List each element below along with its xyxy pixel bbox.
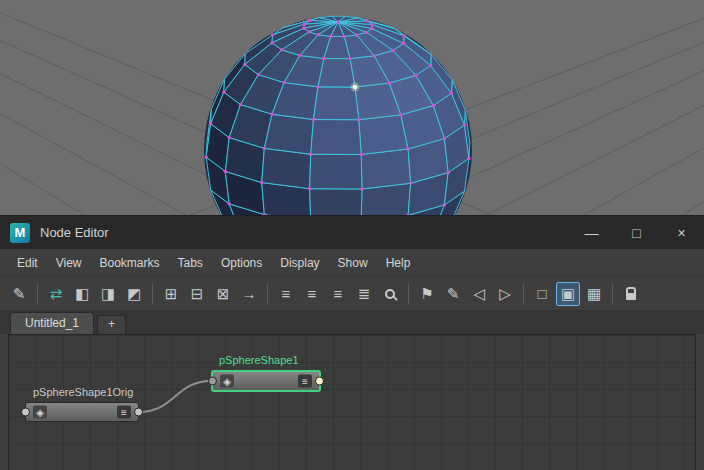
connection-wire[interactable] <box>139 381 211 412</box>
bookmark-create-icon[interactable]: ⚑ <box>415 282 439 306</box>
clear-graph-icon[interactable]: ⊠ <box>211 282 235 306</box>
simple-display-mode-icon[interactable]: □ <box>530 282 554 306</box>
tabbar: Untitled_1 + <box>0 310 704 334</box>
bookmark-edit-icon[interactable]: ✎ <box>441 282 465 306</box>
edit-pin-icon[interactable]: ✎ <box>7 282 31 306</box>
add-selected-nodes-icon[interactable]: ⊞ <box>159 282 183 306</box>
node-title-pSphereShape1: pSphereShape1 <box>219 354 299 366</box>
maya-screen: M Node Editor —□× EditViewBookmarksTabsO… <box>0 0 704 470</box>
close-button[interactable]: × <box>659 216 704 249</box>
sphere-object[interactable] <box>204 16 472 215</box>
input-output-connections-icon[interactable]: ◩ <box>122 282 146 306</box>
menu-bookmarks[interactable]: Bookmarks <box>90 252 168 274</box>
input-connections-icon[interactable]: ◧ <box>70 282 94 306</box>
toolbar-separator <box>152 284 153 304</box>
minimize-button[interactable]: — <box>569 216 614 249</box>
window-title: Node Editor <box>40 225 109 240</box>
graph-canvas[interactable]: pSphereShape1Orig◈≡pSphereShape1◈≡ <box>8 334 696 470</box>
input-socket[interactable] <box>21 408 30 417</box>
output-connections-icon[interactable]: ◨ <box>96 282 120 306</box>
output-socket[interactable] <box>315 377 324 386</box>
search-icon[interactable] <box>378 282 402 306</box>
bookmark-next-icon[interactable]: ▷ <box>493 282 517 306</box>
node-pSphereShape1[interactable]: ◈≡ <box>211 370 321 392</box>
remove-selected-nodes-icon[interactable]: ⊟ <box>185 282 209 306</box>
menu-options[interactable]: Options <box>212 252 271 274</box>
rearrange-graph-icon[interactable]: → <box>237 282 261 306</box>
new-tab-button[interactable]: + <box>97 315 126 334</box>
menubar: EditViewBookmarksTabsOptionsDisplayShowH… <box>0 249 704 276</box>
output-socket[interactable] <box>134 408 143 417</box>
maximize-button[interactable]: □ <box>614 216 659 249</box>
menu-tabs[interactable]: Tabs <box>169 252 212 274</box>
menu-edit[interactable]: Edit <box>8 252 47 274</box>
tab-untitled-1[interactable]: Untitled_1 <box>10 312 94 334</box>
toolbar-separator <box>523 284 524 304</box>
search-icon <box>385 289 395 299</box>
toolbar-separator <box>612 284 613 304</box>
align-top-icon[interactable]: ≡ <box>274 282 298 306</box>
toolbar-separator <box>267 284 268 304</box>
align-middle-icon[interactable]: ≡ <box>300 282 324 306</box>
menu-view[interactable]: View <box>47 252 91 274</box>
connected-display-mode-icon[interactable]: ▣ <box>556 282 580 306</box>
toolbar-separator <box>408 284 409 304</box>
menu-show[interactable]: Show <box>329 252 377 274</box>
menu-help[interactable]: Help <box>377 252 420 274</box>
window-controls: —□× <box>569 216 704 249</box>
menu-display[interactable]: Display <box>271 252 328 274</box>
distribute-nodes-icon[interactable]: ≣ <box>352 282 376 306</box>
toolbar: ✎⇄◧◨◩⊞⊟⊠→≡≡≡≣⚑✎◁▷□▣▦ <box>0 276 704 310</box>
mesh-type-icon: ◈ <box>33 406 47 419</box>
sync-selection-icon[interactable]: ⇄ <box>44 282 68 306</box>
maya-logo-icon: M <box>10 223 30 243</box>
viewport-canvas <box>0 0 704 215</box>
node-pSphereShape1Orig[interactable]: ◈≡ <box>25 402 139 422</box>
input-socket[interactable] <box>208 377 217 386</box>
mesh-type-icon: ◈ <box>220 375 234 388</box>
lock-icon <box>626 293 636 300</box>
node-menu-icon[interactable]: ≡ <box>117 406 131 419</box>
node-menu-icon[interactable]: ≡ <box>298 375 312 388</box>
titlebar[interactable]: M Node Editor —□× <box>0 216 704 249</box>
align-bottom-icon[interactable]: ≡ <box>326 282 350 306</box>
node-editor-window: M Node Editor —□× EditViewBookmarksTabsO… <box>0 215 704 470</box>
bookmark-previous-icon[interactable]: ◁ <box>467 282 491 306</box>
lock-icon[interactable] <box>619 282 643 306</box>
3d-viewport[interactable] <box>0 0 704 215</box>
node-title-pSphereShape1Orig: pSphereShape1Orig <box>33 386 133 398</box>
full-display-mode-icon[interactable]: ▦ <box>582 282 606 306</box>
toolbar-separator <box>37 284 38 304</box>
